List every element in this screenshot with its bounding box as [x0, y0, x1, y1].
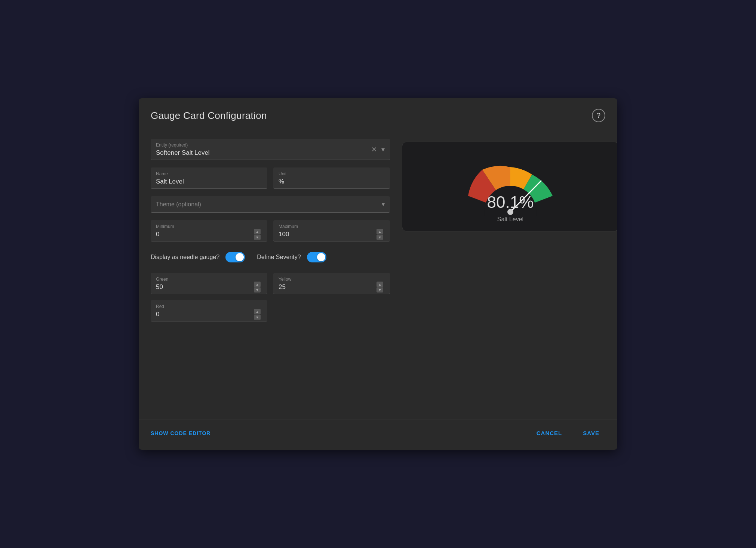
unit-input[interactable] [279, 178, 385, 185]
maximum-spinner: ▲ ▼ [279, 231, 385, 238]
minimum-input[interactable] [156, 231, 252, 238]
entity-field-value: Softener Salt Level [156, 149, 210, 157]
maximum-down-arrow[interactable]: ▼ [377, 235, 383, 240]
minimum-spinner: ▲ ▼ [156, 231, 262, 238]
theme-placeholder: Theme (optional) [156, 201, 201, 208]
unit-field-wrapper: Unit [273, 167, 390, 189]
needle-toggle-label: Display as needle gauge? [151, 254, 219, 261]
name-field-wrapper: Name [151, 167, 267, 189]
maximum-input[interactable] [279, 231, 374, 238]
red-up-arrow[interactable]: ▲ [254, 309, 261, 314]
dialog-body: Entity (required) Softener Salt Level ✕ … [139, 130, 617, 419]
minimum-field-wrapper: Minimum ▲ ▼ [151, 220, 267, 241]
needle-toggle-switch[interactable] [225, 252, 245, 262]
entity-field-actions: ✕ ▾ [371, 145, 385, 154]
severity-toggle-group: Define Severity? [257, 252, 326, 262]
help-button[interactable]: ? [592, 109, 605, 122]
needle-toggle-group: Display as needle gauge? [151, 252, 245, 262]
dialog-header: Gauge Card Configuration ? [139, 98, 617, 130]
minimum-up-arrow[interactable]: ▲ [254, 229, 261, 234]
maximum-field-label: Maximum [279, 224, 385, 229]
minimum-arrows: ▲ ▼ [254, 229, 261, 240]
severity-fields: Green ▲ ▼ Yellow [151, 273, 390, 321]
save-button[interactable]: SAVE [577, 427, 605, 439]
theme-field[interactable]: Theme (optional) ▾ [151, 196, 390, 213]
green-yellow-group: Green ▲ ▼ Yellow [151, 273, 390, 294]
maximum-arrows: ▲ ▼ [377, 229, 383, 240]
green-input[interactable] [156, 283, 252, 291]
toggle-row: Display as needle gauge? Define Severity… [151, 249, 390, 265]
show-code-editor-button[interactable]: SHOW CODE EDITOR [151, 430, 210, 436]
clear-entity-icon[interactable]: ✕ [371, 145, 377, 154]
right-panel: 80.1% Salt Level [402, 139, 617, 410]
yellow-field-wrapper: Yellow ▲ ▼ [273, 273, 390, 294]
gauge-preview-card: 80.1% Salt Level [402, 142, 617, 231]
dialog-footer: SHOW CODE EDITOR CANCEL SAVE [139, 419, 617, 450]
yellow-arrows: ▲ ▼ [377, 282, 383, 293]
green-up-arrow[interactable]: ▲ [254, 282, 261, 287]
red-arrows: ▲ ▼ [254, 309, 261, 320]
left-panel: Entity (required) Softener Salt Level ✕ … [151, 139, 390, 410]
yellow-down-arrow[interactable]: ▼ [377, 287, 383, 293]
min-max-group: Minimum ▲ ▼ Maximum ▲ [151, 220, 390, 241]
entity-dropdown-icon[interactable]: ▾ [381, 145, 385, 154]
entity-field-label: Entity (required) [156, 142, 210, 148]
unit-field-label: Unit [279, 171, 385, 176]
green-field-wrapper: Green ▲ ▼ [151, 273, 267, 294]
green-field-label: Green [156, 277, 262, 282]
red-spinner: ▲ ▼ [156, 311, 262, 318]
maximum-up-arrow[interactable]: ▲ [377, 229, 383, 234]
yellow-field-label: Yellow [279, 277, 385, 282]
minimum-down-arrow[interactable]: ▼ [254, 235, 261, 240]
red-input[interactable] [156, 311, 252, 318]
gauge-value: 80.1% [487, 193, 534, 212]
severity-toggle-switch[interactable] [307, 252, 326, 262]
red-group: Red ▲ ▼ [151, 300, 390, 321]
green-spinner: ▲ ▼ [156, 283, 262, 291]
green-down-arrow[interactable]: ▼ [254, 287, 261, 293]
red-down-arrow[interactable]: ▼ [254, 315, 261, 320]
red-field-label: Red [156, 304, 262, 309]
name-unit-group: Name Unit [151, 167, 390, 189]
name-field-label: Name [156, 171, 262, 176]
yellow-spinner: ▲ ▼ [279, 283, 385, 291]
theme-dropdown-icon[interactable]: ▾ [382, 201, 385, 208]
entity-field: Entity (required) Softener Salt Level ✕ … [151, 139, 390, 160]
gauge-config-dialog: Gauge Card Configuration ? Entity (requi… [139, 98, 617, 450]
entity-field-content: Entity (required) Softener Salt Level [156, 142, 210, 157]
name-input[interactable] [156, 178, 262, 185]
maximum-field-wrapper: Maximum ▲ ▼ [273, 220, 390, 241]
yellow-up-arrow[interactable]: ▲ [377, 282, 383, 287]
green-arrows: ▲ ▼ [254, 282, 261, 293]
footer-actions: CANCEL SAVE [531, 427, 605, 439]
minimum-field-label: Minimum [156, 224, 262, 229]
red-field-wrapper: Red ▲ ▼ [151, 300, 267, 321]
dialog-title: Gauge Card Configuration [151, 110, 267, 121]
gauge-label: Salt Level [497, 216, 523, 223]
severity-toggle-label: Define Severity? [257, 254, 301, 261]
cancel-button[interactable]: CANCEL [531, 427, 568, 439]
yellow-input[interactable] [279, 283, 374, 291]
